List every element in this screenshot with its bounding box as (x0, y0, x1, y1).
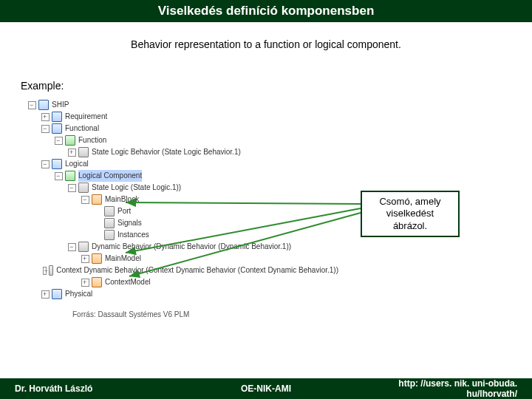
footer-bar: Dr. Horváth László OE-NIK-AMI http: //us… (0, 378, 532, 399)
tree-row: Functional (28, 123, 338, 134)
tree-row: Logical Component (28, 170, 338, 182)
footer-org: OE-NIK-AMI (183, 383, 350, 394)
tree-toggle-icon[interactable] (41, 113, 50, 121)
tree-row: Signals (28, 217, 338, 229)
tree-node-label: MainBlock (105, 194, 139, 205)
tree-node-icon (52, 123, 62, 134)
tree-node-icon (104, 206, 115, 216)
tree-toggle-icon[interactable] (68, 243, 76, 251)
tree-toggle-icon[interactable] (41, 125, 50, 133)
tree-row: MainBlock (28, 194, 338, 205)
subtitle: Behavior representation to a function or… (0, 38, 532, 50)
tree-toggle-icon[interactable] (28, 101, 36, 109)
tree-row: State Logic (State Logic.1)) (28, 182, 338, 194)
tree-toggle-icon[interactable] (55, 137, 63, 145)
tree-row: MainModel (28, 253, 338, 265)
tree-row: Logical (28, 158, 338, 170)
tree-row: Context Dynamic Behavior (Context Dynami… (28, 265, 338, 276)
slide-title: Viselkedés definíció komponensben (158, 4, 375, 18)
tree-node-label: Dynamic Behavior (Dynamic Behavior (Dyna… (92, 241, 291, 253)
tree-node-label: Logical Component (78, 170, 142, 182)
tree-node-icon (52, 112, 62, 122)
tree-row: State Logic Behavior (State Logic Behavi… (28, 146, 338, 158)
tree-node-icon (78, 242, 89, 252)
tree-node-icon (78, 147, 89, 157)
tree-toggle-icon[interactable] (81, 255, 89, 263)
tree-row: Function (28, 134, 338, 146)
tree-row: Requirement (28, 111, 338, 123)
tree-node-icon (92, 253, 102, 264)
tree-node-label: Context Dynamic Behavior (Context Dynami… (56, 265, 338, 276)
tree-node-label: Instances (117, 229, 149, 241)
tree-node-label: Function (78, 134, 106, 146)
tree-toggle-icon[interactable] (81, 279, 89, 287)
tree-node-icon (52, 289, 62, 299)
tree-row: Instances (28, 229, 338, 241)
source-citation: Forrás: Dassault Systémes V6 PLM (72, 310, 189, 318)
tree-node-icon (92, 277, 102, 287)
tree-toggle-icon[interactable] (55, 172, 63, 180)
tree-toggle-icon[interactable] (43, 267, 47, 275)
tree-node-icon (38, 100, 49, 110)
tree-node-label: Port (117, 205, 131, 217)
title-bar: Viselkedés definíció komponensben (0, 0, 532, 22)
tree-node-label: SHIP (52, 99, 69, 111)
tree-node-icon (52, 159, 62, 169)
footer-url: http: //users. nik. uni-obuda. hu/lhorva… (349, 378, 532, 399)
tree-row: Physical (28, 288, 338, 300)
tree-node-label: MainModel (105, 253, 141, 265)
tree-row: ContextModel (28, 276, 338, 288)
footer-author: Dr. Horváth László (0, 383, 183, 394)
tree-toggle-icon[interactable] (68, 184, 76, 192)
tree-row: Dynamic Behavior (Dynamic Behavior (Dyna… (28, 241, 338, 253)
tree-node-icon (78, 183, 89, 193)
tree-node-label: ContextModel (105, 276, 151, 288)
tree-row: Port (28, 205, 338, 217)
callout-box: Csomó, amely viselkedést ábrázol. (361, 191, 460, 237)
tree-node-icon (92, 194, 102, 205)
tree-node-label: State Logic Behavior (State Logic Behavi… (92, 146, 241, 158)
tree-toggle-icon[interactable] (68, 149, 76, 157)
tree-node-icon (49, 265, 53, 276)
tree-toggle-icon[interactable] (41, 290, 50, 299)
tree-node-label: Requirement (65, 111, 107, 123)
tree-node-icon (104, 230, 115, 240)
tree-node-icon (65, 171, 75, 181)
callout-line3: ábrázol. (366, 220, 454, 232)
tree-row: SHIP (28, 99, 338, 111)
tree-node-icon (65, 135, 75, 146)
example-label: Example: (21, 80, 64, 92)
tree-toggle-icon[interactable] (41, 160, 50, 168)
tree-toggle-icon[interactable] (81, 196, 89, 204)
tree-node-label: Functional (65, 123, 99, 134)
tree-node-icon (104, 218, 115, 228)
callout-line2: viselkedést (366, 208, 454, 219)
tree-node-label: State Logic (State Logic.1)) (92, 182, 181, 194)
tree-view: SHIPRequirementFunctionalFunctionState L… (28, 99, 338, 300)
callout-line1: Csomó, amely (366, 196, 454, 208)
tree-node-label: Signals (117, 217, 142, 229)
tree-node-label: Physical (65, 288, 92, 300)
tree-node-label: Logical (65, 158, 89, 170)
